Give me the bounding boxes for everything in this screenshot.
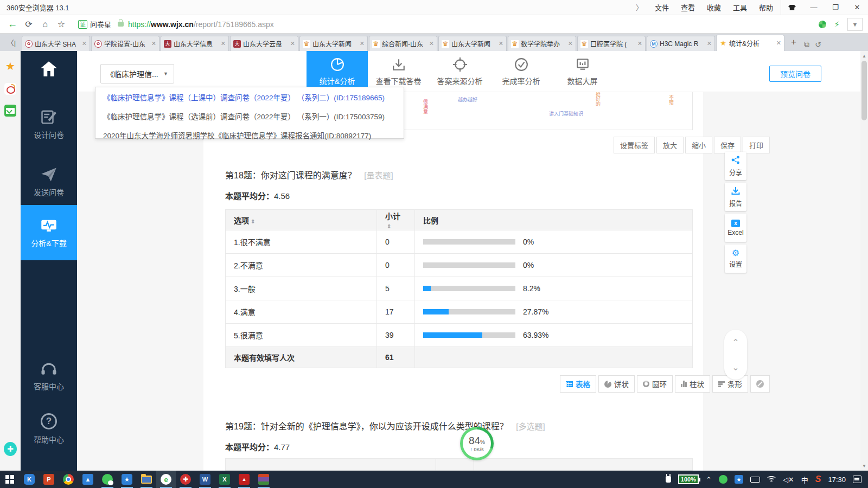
chart-type-table-button[interactable]: 表格: [560, 375, 596, 393]
sort-icon[interactable]: ⇕: [387, 223, 391, 229]
sidebar-item-service[interactable]: 客服中心: [21, 362, 77, 391]
tab-math-school[interactable]: ♛数学学院举办✕: [508, 36, 576, 51]
nav-tab-completion-rate[interactable]: 完成率分析: [490, 51, 552, 92]
notification-center-icon[interactable]: [853, 476, 861, 483]
menu-expand-icon[interactable]: 〉: [636, 2, 643, 12]
mail-icon[interactable]: [4, 104, 17, 117]
refresh-icon[interactable]: ⟳: [21, 17, 37, 31]
tab-sdu-cloud[interactable]: 大山东大学云盘✕: [230, 36, 298, 51]
nav-tab-view-download[interactable]: 查看下载答卷: [368, 51, 429, 92]
taskbar-star-app[interactable]: ★: [117, 471, 137, 488]
taskbar-winrar[interactable]: [254, 471, 273, 488]
reopen-tab-icon[interactable]: ↺: [815, 40, 821, 49]
taskbar-word[interactable]: W: [195, 471, 215, 488]
health-assistant-icon[interactable]: ✚: [4, 442, 17, 455]
wordcloud-term[interactable]: 不错: [668, 95, 675, 105]
tab-sdu-info[interactable]: 大山东大学信息✕: [161, 36, 229, 51]
back-icon[interactable]: ←: [4, 17, 21, 31]
tab-sdu-news-1[interactable]: ♛山东大学新闻✕: [299, 36, 368, 51]
tab-close-icon[interactable]: ✕: [499, 40, 503, 47]
tab-close-icon[interactable]: ✕: [637, 40, 642, 47]
tab-close-icon[interactable]: ✕: [360, 40, 365, 47]
wifi-icon[interactable]: [767, 476, 776, 483]
site-cert-badge[interactable]: 证 问卷星: [78, 19, 111, 29]
tab-close-icon[interactable]: ✕: [707, 40, 712, 47]
tab-close-icon[interactable]: ✕: [82, 40, 87, 47]
nav-tab-stats-analysis[interactable]: 统计&分析: [307, 51, 368, 92]
tab-h3c[interactable]: MH3C Magic R✕: [647, 36, 715, 51]
volume-muted-icon[interactable]: ◁✕: [783, 476, 794, 484]
tab-close-icon[interactable]: ✕: [568, 40, 573, 47]
chart-type-pie-button[interactable]: 饼状: [598, 375, 635, 393]
scrollbar-up-icon[interactable]: ▲: [860, 52, 868, 60]
taskbar-file-explorer[interactable]: [137, 471, 156, 488]
scroll-up-icon[interactable]: ⌃: [732, 337, 739, 348]
taskbar-chrome[interactable]: [59, 471, 78, 488]
tab-college-setup[interactable]: ✿学院设置-山东✕: [91, 36, 159, 51]
settings-button[interactable]: ⚙ 设置: [725, 245, 746, 273]
taskbar-powerpoint[interactable]: P: [39, 471, 59, 488]
scroll-down-icon[interactable]: ⌄: [732, 362, 739, 373]
chart-type-disabled-button[interactable]: [750, 375, 770, 393]
home-icon[interactable]: ⌂: [37, 17, 53, 31]
taskbar-360-browser[interactable]: e: [156, 471, 176, 488]
url-text[interactable]: https://www.wjx.cn/report/175189665.aspx: [128, 20, 274, 29]
survey-option-3[interactable]: 2020年山东大学海外师资暑期学校《临床护理信息学》课程报名通知(ID:8089…: [95, 125, 404, 144]
sidebar-item-analyze-download[interactable]: 分析&下载: [21, 205, 77, 260]
share-button[interactable]: 分享: [725, 152, 746, 180]
tab-close-icon[interactable]: ✕: [151, 40, 156, 47]
excel-export-button[interactable]: x Excel: [725, 214, 746, 242]
battery-tray-icon[interactable]: [750, 477, 760, 483]
nav-tab-data-screen[interactable]: 数据大屏: [552, 51, 613, 92]
new-tab-button[interactable]: +: [787, 35, 801, 49]
tab-sdu-home[interactable]: ✿山东大学 SHA✕: [22, 36, 90, 51]
bookmark-star-icon[interactable]: ☆: [53, 17, 69, 31]
wechat-tray-icon[interactable]: [719, 475, 727, 484]
preview-survey-button[interactable]: 预览问卷: [769, 66, 821, 82]
tab-close-icon[interactable]: ✕: [776, 40, 781, 47]
tab-dental-school[interactable]: ♛口腔医学院 (✕: [577, 36, 646, 51]
tab-close-icon[interactable]: ✕: [429, 40, 434, 47]
set-labels-button[interactable]: 设置标签: [614, 137, 655, 153]
save-button[interactable]: 保存: [714, 137, 741, 153]
wordcloud-term[interactable]: 挺好的: [595, 92, 602, 106]
scrollbar-down-icon[interactable]: ▼: [860, 462, 868, 470]
tab-close-icon[interactable]: ✕: [221, 40, 226, 47]
chart-type-column-button[interactable]: 柱状: [675, 375, 710, 393]
sidebar-item-home[interactable]: [21, 61, 77, 77]
sidebar-item-design[interactable]: 设计问卷: [21, 110, 77, 140]
taskbar-wechat[interactable]: [98, 471, 117, 488]
taskbar-acrobat[interactable]: ▲: [234, 471, 254, 488]
tab-stats-analysis-active[interactable]: ★统计&分析✕: [716, 35, 784, 51]
chart-type-donut-button[interactable]: 圆环: [637, 375, 673, 393]
survey-option-2[interactable]: 《临床护理信息学》课程（选课前）调查问卷（2022年夏） （系列一）(ID:17…: [95, 106, 404, 125]
page-scrollbar[interactable]: ▲ ▼: [860, 51, 868, 471]
snapshot-icon[interactable]: [819, 21, 826, 28]
taskbar-excel[interactable]: X: [215, 471, 234, 488]
sort-icon[interactable]: ⇕: [251, 219, 255, 224]
start-button[interactable]: [0, 471, 20, 488]
weibo-icon[interactable]: [4, 82, 17, 95]
menu-favorites[interactable]: 收藏: [707, 2, 721, 12]
battery-indicator[interactable]: 100%: [678, 474, 699, 484]
zoom-out-button[interactable]: 缩小: [685, 137, 712, 153]
skin-icon[interactable]: [781, 0, 803, 15]
print-button[interactable]: 打印: [743, 137, 770, 153]
tab-close-icon[interactable]: ✕: [290, 40, 295, 47]
star-app-tray-icon[interactable]: ★: [735, 475, 743, 484]
wordcloud-term[interactable]: 讲入门基础知识: [549, 110, 583, 117]
menu-view[interactable]: 查看: [681, 2, 695, 12]
menu-tools[interactable]: 工具: [733, 2, 747, 12]
taskbar-security-app[interactable]: ✚: [176, 471, 195, 488]
tray-expand-icon[interactable]: ⌃: [706, 476, 712, 484]
survey-option-current[interactable]: 《临床护理信息学》课程（上课中）调查问卷（2022年夏） （系列二）(ID:17…: [95, 87, 404, 106]
ime-indicator[interactable]: 中: [801, 474, 808, 485]
report-download-button[interactable]: 报告: [725, 183, 746, 211]
scrollbar-thumb[interactable]: [861, 61, 867, 120]
sogou-input-icon[interactable]: S: [815, 474, 821, 484]
tab-scroll-left-icon[interactable]: 〈|: [3, 35, 20, 49]
sidebar-item-send[interactable]: 发送问卷: [21, 167, 77, 197]
minimize-button[interactable]: —: [803, 0, 825, 15]
header-count[interactable]: 小计⇕: [376, 210, 414, 230]
favorites-star-icon[interactable]: ★: [4, 60, 17, 73]
